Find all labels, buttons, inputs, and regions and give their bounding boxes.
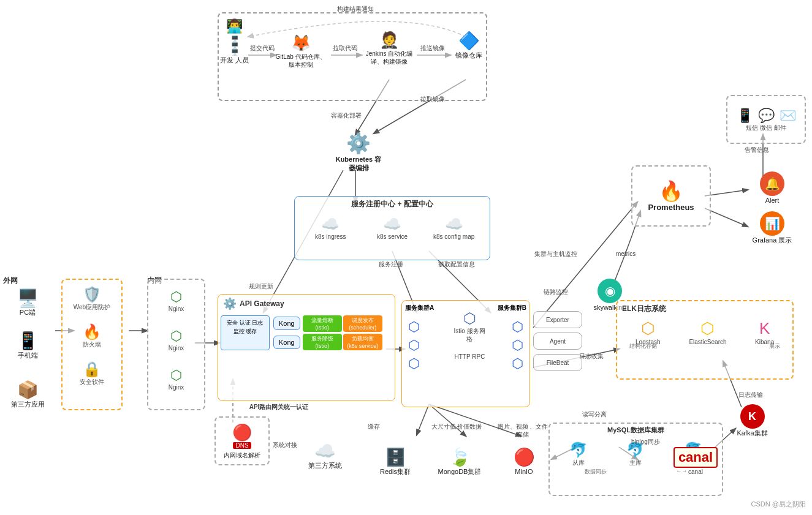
k8s-ingress-node: ☁️ k8s ingress — [308, 216, 354, 241]
k8s-config-label: k8s config map — [433, 233, 474, 241]
sms-icon: 📱 — [737, 108, 753, 124]
watermark: CSDN @易之阴阳 — [751, 500, 806, 509]
alert-node: 🔔 Alert — [748, 171, 797, 205]
security-label: 安全 认证 日志 监控 缓存 — [227, 320, 263, 334]
slave-label: 从库 — [572, 459, 585, 467]
canal-node: canal canal — [674, 447, 717, 476]
jenkins-node: 🤵 Jenkins 自动化编译、构建镜像 — [362, 31, 417, 66]
sms-label: 短信 微信 邮件 — [746, 124, 786, 132]
svg-line-12 — [429, 404, 466, 436]
web-protection-label: Web应用防护 — [74, 303, 110, 311]
logstash-node: ⬡ Logstash — [625, 319, 671, 346]
gitlab-node: 🦊 GitLab 代码仓库、版本控制 — [275, 34, 327, 69]
email-icon: ✉️ — [780, 108, 796, 124]
mirror-repo-node: 🔷 镜像仓库 — [450, 31, 487, 59]
data-sync-label: 数据同步 — [585, 468, 607, 476]
nginx-box: ⬡ Nginx ⬡ Nginx ⬡ Nginx — [147, 279, 205, 410]
k8s-service-label: k8s service — [377, 233, 408, 241]
log-collect-label: 日志收集 — [579, 352, 604, 360]
minio-label: MinIO — [515, 467, 533, 476]
chain-monitor-label: 链路监控 — [544, 288, 568, 296]
developer-label: 开发 人员 — [220, 56, 249, 64]
svg-line-17 — [705, 208, 748, 227]
third-app-node: 📦 第三方应用 — [6, 380, 49, 408]
nginx2-node: ⬡ Nginx — [148, 328, 204, 352]
service-registry-title: 服务注册中心 + 配置中心 — [295, 197, 490, 212]
push-mirror-label: 推送镜像 — [420, 44, 445, 52]
service-registry-box: 服务注册中心 + 配置中心 ☁️ k8s ingress ☁️ k8s serv… — [294, 196, 490, 260]
istio-label: Istio 服务网格 — [451, 327, 488, 343]
flow-break-label: 流量熔断 (Istio) — [311, 317, 333, 331]
cluster-b-title: 服务集群B — [498, 304, 526, 312]
mongodb-node: 🍃 MongoDB集群 — [432, 447, 487, 476]
firewall-node: 🔥 防火墙 — [63, 323, 121, 348]
mysql-title: MySQL数据库集群 — [550, 424, 722, 437]
elasticsearch-label: ElasticSearch — [689, 338, 726, 346]
k8s-config-node: ☁️ k8s config map — [431, 216, 477, 241]
kafka-node: K Kafka集群 — [726, 404, 778, 437]
security-soft-label: 安全软件 — [80, 378, 104, 386]
k8s-service-node: ☁️ k8s service — [369, 216, 415, 241]
kubernetes-label: Kubernetes 容器编排 — [334, 155, 383, 173]
nginx1-label: Nginx — [169, 305, 184, 313]
istio-node: ⬡ Istio 服务网格 — [451, 310, 488, 343]
firewall-label: 防火墙 — [83, 340, 101, 348]
cluster-a-title: 服务集群A — [405, 304, 434, 312]
service-grade-label: 服务降级 (Istio) — [311, 336, 333, 349]
files-label: 图片、视频 、文件存储 — [495, 423, 550, 438]
nginx1-node: ⬡ Nginx — [148, 289, 204, 313]
kibana-node: K Kibana — [745, 319, 784, 346]
elasticsearch-node: ⬡ ElasticSearch — [681, 319, 734, 346]
logstash-label: Logstash — [636, 338, 661, 346]
build-notify-label: 构建结果通知 — [337, 5, 374, 13]
third-party-system-node: ☁️ 第三方系统 — [300, 441, 349, 470]
rule-update-label: 规则更新 — [249, 282, 273, 291]
svg-line-11 — [417, 404, 429, 435]
developer-node: 👨‍💻 🖥️ 🖥️ 🖥️ 开发 人员 — [218, 18, 251, 64]
alert-label: Alert — [765, 196, 780, 205]
redis-node: 🗄️ Redis集群 — [371, 447, 420, 476]
pc-label: PC端 — [20, 308, 36, 317]
web-protection-box: 🛡️ Web应用防护 🔥 防火墙 🔒 安全软件 — [61, 279, 123, 410]
kong1-box: Kong — [273, 317, 300, 330]
third-app-label: 第三方应用 — [11, 400, 45, 408]
submit-code-label: 提交代码 — [250, 44, 275, 52]
alert-info-label: 告警信息 — [745, 146, 769, 154]
minio-node: 🔴 MinIO — [503, 447, 545, 476]
nginx2-label: Nginx — [169, 344, 184, 352]
web-protection-node: 🛡️ Web应用防护 — [63, 286, 121, 311]
mobile-node: 📱 手机端 — [6, 331, 49, 359]
mirror-repo-label: 镜像仓库 — [455, 51, 482, 59]
third-party-label: 第三方系统 — [308, 461, 342, 470]
agent-label: Agent — [550, 337, 566, 345]
metrics-label: metrics — [616, 250, 636, 258]
dns-label: 内网域名解析 — [224, 451, 260, 459]
outer-net-label: 外网 — [3, 276, 18, 286]
jenkins-label: Jenkins 自动化编译、构建镜像 — [362, 50, 417, 66]
slave-node: 🐬 从库 — [560, 442, 597, 467]
master-label: 主库 — [629, 459, 642, 467]
prometheus-label: Prometheus — [648, 203, 694, 213]
dns-box: 🔴 DNS 内网域名解析 — [214, 416, 270, 465]
http-rpc-node: HTTP RPC — [453, 353, 487, 361]
cache-label: 缓存 — [368, 423, 380, 430]
nginx3-label: Nginx — [169, 383, 184, 391]
diagram-container: 👨‍💻 🖥️ 🖥️ 🖥️ 开发 人员 提交代码 🦊 GitLab 代码仓库、版本… — [0, 0, 812, 515]
api-gateway-box: ⚙️ API Gateway 安全 认证 日志 监控 缓存 Kong Kong — [218, 294, 395, 401]
read-write-split-label: 读写分离 — [582, 410, 607, 418]
grafana-node: 📊 Grafana 展示 — [748, 211, 797, 244]
filebeat-label: FileBeat — [547, 359, 569, 367]
exporter-label: Exporter — [546, 316, 569, 324]
get-config-label: 获取配置信息 — [438, 260, 475, 268]
nginx3-node: ⬡ Nginx — [148, 367, 204, 391]
pull-code-label: 拉取代码 — [333, 44, 357, 52]
wechat-icon: 💬 — [758, 108, 775, 124]
containerize-label: 容器化部署 — [331, 111, 362, 119]
exporter-box: Exporter — [533, 311, 582, 328]
filebeat-box: FileBeat — [533, 354, 582, 371]
k8s-ingress-label: k8s ingress — [315, 233, 346, 241]
kibana-label: Kibana — [755, 338, 774, 346]
agent-box: Agent — [533, 333, 582, 350]
log-transfer-label: 日志传输 — [738, 391, 763, 399]
mobile-label: 手机端 — [18, 351, 38, 359]
